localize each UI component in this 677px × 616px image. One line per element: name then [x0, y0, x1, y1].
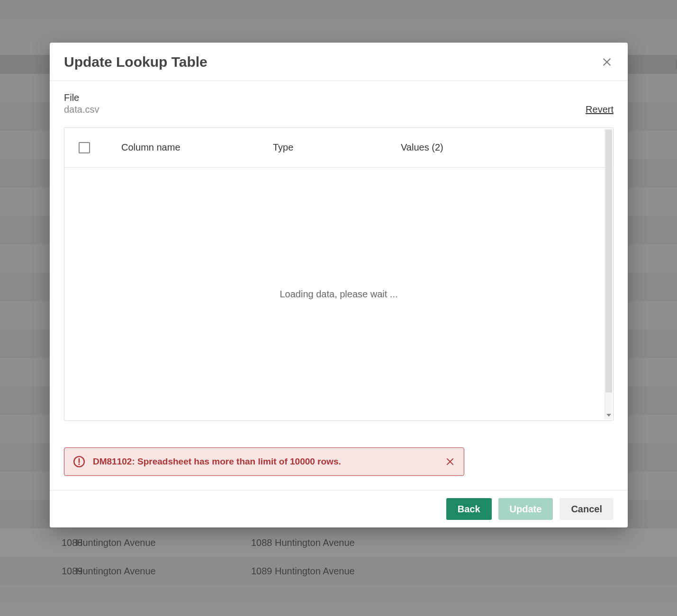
modal-footer: Back Update Cancel	[50, 490, 628, 527]
close-icon	[445, 457, 455, 466]
close-icon	[602, 57, 612, 67]
close-button[interactable]	[600, 55, 614, 69]
modal-title: Update Lookup Table	[64, 54, 208, 70]
svg-point-2	[78, 464, 80, 465]
modal-body: File data.csv Revert Column name Type Va…	[50, 81, 628, 490]
alert-circle-icon	[73, 455, 85, 468]
column-header-type: Type	[273, 142, 401, 153]
file-info: File data.csv	[64, 92, 99, 115]
file-row: File data.csv Revert	[64, 92, 614, 115]
file-name: data.csv	[64, 104, 99, 115]
update-button[interactable]: Update	[498, 498, 553, 520]
revert-link[interactable]: Revert	[586, 104, 614, 115]
chevron-down-icon	[606, 414, 611, 417]
scrollbar[interactable]	[605, 129, 612, 420]
table-header-row: Column name Type Values (2)	[64, 128, 613, 168]
scrollbar-thumb[interactable]	[605, 130, 612, 393]
column-header-values: Values (2)	[401, 142, 599, 153]
columns-table: Column name Type Values (2) Loading data…	[64, 127, 614, 421]
modal-header: Update Lookup Table	[50, 43, 628, 81]
select-all-checkbox[interactable]	[79, 142, 90, 153]
table-body: Loading data, please wait ...	[64, 168, 613, 420]
loading-text: Loading data, please wait ...	[280, 289, 397, 300]
alert-close-button[interactable]	[445, 456, 455, 467]
back-button[interactable]: Back	[446, 498, 492, 520]
cancel-button[interactable]: Cancel	[560, 498, 614, 520]
alert-text: DM81102: Spreadsheet has more than limit…	[93, 456, 445, 467]
column-header-name: Column name	[121, 142, 273, 153]
file-label: File	[64, 92, 99, 103]
error-alert: DM81102: Spreadsheet has more than limit…	[64, 447, 464, 476]
update-lookup-table-modal: Update Lookup Table File data.csv Revert…	[50, 43, 628, 527]
